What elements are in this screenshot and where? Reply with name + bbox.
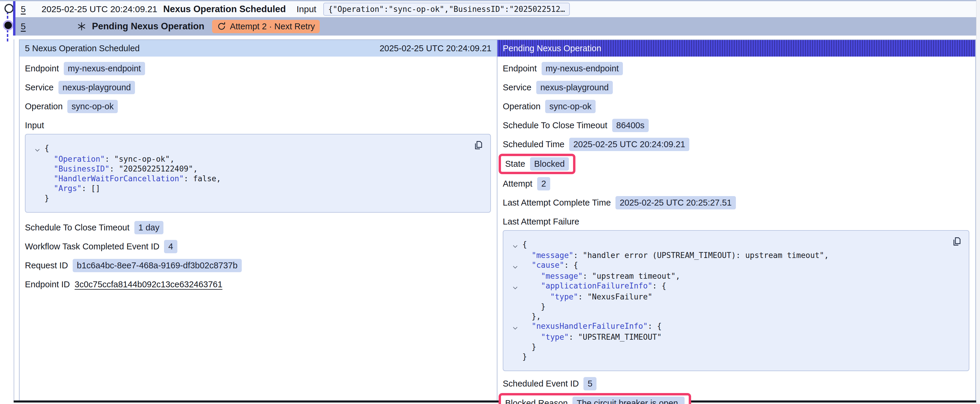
event-marker-filled-icon (5, 22, 12, 29)
event-id-link[interactable]: 5 (21, 21, 32, 32)
field-label: Last Attempt Complete Time (503, 198, 611, 208)
scheduled-panel-header: 5 Nexus Operation Scheduled 2025-02-25 U… (19, 40, 497, 57)
endpoint-badge: my-nexus-endpoint (64, 62, 145, 75)
field-operation: Operation sync-op-ok (25, 97, 491, 116)
asterisk-icon (76, 21, 87, 32)
field-service: Service nexus-playground (503, 78, 969, 97)
endpoint-badge: my-nexus-endpoint (542, 62, 623, 75)
input-preview-chip: {"Operation":"sync-op-ok","BusinessID":"… (323, 3, 570, 16)
field-label: State (505, 159, 525, 169)
field-label: Scheduled Time (503, 139, 565, 149)
copy-button[interactable] (950, 236, 963, 249)
field-label: Service (503, 82, 531, 92)
field-service: Service nexus-playground (25, 78, 491, 97)
field-attempt: Attempt 2 (503, 174, 969, 193)
pending-event-title: Pending Nexus Operation (92, 21, 204, 32)
scheduled-time-badge: 2025-02-25 UTC 20:24:09.21 (569, 138, 689, 151)
operation-badge: sync-op-ok (67, 100, 118, 113)
event-id-link[interactable]: 5 (21, 4, 32, 14)
pending-panel-title: Pending Nexus Operation (503, 44, 601, 53)
field-operation: Operation sync-op-ok (503, 97, 969, 116)
field-request-id: Request ID b1c6a4bc-8ee7-468a-9169-df3b0… (25, 256, 491, 275)
input-json-code: { "Operation": "sync-op-ok", "BusinessID… (30, 143, 481, 203)
operation-badge: sync-op-ok (545, 100, 596, 113)
field-label: Service (25, 82, 54, 92)
blocked-reason-annotation-box: Blocked Reason The circuit breaker is op… (499, 393, 691, 404)
field-endpoint-id: Endpoint ID 3c0c75ccfa8144b092c13ce63246… (25, 275, 491, 294)
event-row-pending-nexus-operation[interactable]: 5 Pending Nexus Operation Attempt 2 · Ne… (16, 17, 977, 36)
field-label: Schedule To Close Timeout (503, 120, 608, 130)
field-label: Workflow Task Completed Event ID (25, 242, 159, 252)
scrollbar[interactable] (976, 0, 980, 404)
section-bottom-divider (14, 401, 977, 402)
field-state: State Blocked (503, 154, 969, 174)
input-label: Input (297, 4, 317, 14)
event-detail-area: 5 Nexus Operation Scheduled 2025-02-25 U… (14, 40, 977, 401)
failure-section-label: Last Attempt Failure (503, 217, 969, 227)
attempt-badge: 2 (537, 177, 550, 190)
timeout-badge: 86400s (612, 119, 649, 132)
input-json-viewer: { "Operation": "sync-op-ok", "BusinessID… (25, 134, 491, 213)
field-scheduled-event-id: Scheduled Event ID 5 (503, 374, 969, 393)
failure-json-viewer: { "message": "handler error (UPSTREAM_TI… (503, 230, 969, 371)
field-label: Schedule To Close Timeout (25, 223, 130, 233)
endpoint-id-link[interactable]: 3c0c75ccfa8144b092c13ce632463761 (75, 280, 223, 289)
field-label: Blocked Reason (505, 398, 568, 404)
field-workflow-task-completed-event-id: Workflow Task Completed Event ID 4 (25, 237, 491, 256)
scheduled-panel-timestamp: 2025-02-25 UTC 20:24:09.21 (380, 44, 492, 53)
field-last-attempt-complete-time: Last Attempt Complete Time 2025-02-25 UT… (503, 193, 969, 212)
complete-time-badge: 2025-02-25 UTC 20:25:27.51 (616, 196, 736, 209)
field-label: Operation (503, 101, 541, 111)
field-label: Endpoint ID (25, 280, 70, 289)
retry-badge-label: Attempt 2 · Next Retry (230, 22, 315, 32)
field-label: Attempt (503, 179, 532, 189)
field-label: Endpoint (503, 64, 537, 73)
panel-nexus-operation-scheduled: 5 Nexus Operation Scheduled 2025-02-25 U… (19, 40, 497, 401)
field-schedule-to-close-timeout: Schedule To Close Timeout 86400s (503, 116, 969, 135)
scheduled-event-id-badge: 5 (584, 377, 597, 390)
timeout-badge: 1 day (134, 221, 164, 234)
copy-button[interactable] (472, 139, 485, 152)
failure-json-code: { "message": "handler error (UPSTREAM_TI… (508, 239, 960, 362)
field-label: Request ID (25, 261, 68, 271)
field-scheduled-time: Scheduled Time 2025-02-25 UTC 20:24:09.2… (503, 135, 969, 154)
field-endpoint: Endpoint my-nexus-endpoint (25, 59, 491, 78)
request-id-badge: b1c6a4bc-8ee7-468a-9169-df3b02c8737b (73, 259, 242, 272)
panel-pending-nexus-operation: Pending Nexus Operation Endpoint my-nexu… (497, 40, 976, 401)
event-title: Nexus Operation Scheduled (163, 4, 286, 14)
event-id-badge: 4 (164, 240, 177, 253)
field-schedule-to-close-timeout: Schedule To Close Timeout 1 day (25, 218, 491, 237)
event-timestamp: 2025-02-25 UTC 20:24:09.21 (41, 4, 157, 14)
field-label: Scheduled Event ID (503, 379, 579, 388)
retry-icon (217, 22, 226, 31)
input-section-label: Input (25, 120, 491, 130)
field-label: Operation (25, 101, 63, 111)
state-annotation-box: State Blocked (499, 154, 576, 174)
selected-group-accent-bar (13, 1, 16, 36)
retry-badge: Attempt 2 · Next Retry (212, 20, 320, 33)
field-label: Endpoint (25, 64, 59, 73)
service-badge: nexus-playground (59, 81, 135, 94)
scheduled-panel-title: 5 Nexus Operation Scheduled (25, 44, 140, 53)
blocked-reason-badge: The circuit breaker is open. (573, 397, 684, 404)
field-endpoint: Endpoint my-nexus-endpoint (503, 59, 969, 78)
event-row-nexus-operation-scheduled[interactable]: 5 2025-02-25 UTC 20:24:09.21 Nexus Opera… (16, 1, 977, 17)
pending-panel-header: Pending Nexus Operation (497, 40, 975, 57)
state-badge: Blocked (530, 157, 569, 171)
service-badge: nexus-playground (536, 81, 613, 94)
event-marker-open-icon (5, 4, 14, 13)
